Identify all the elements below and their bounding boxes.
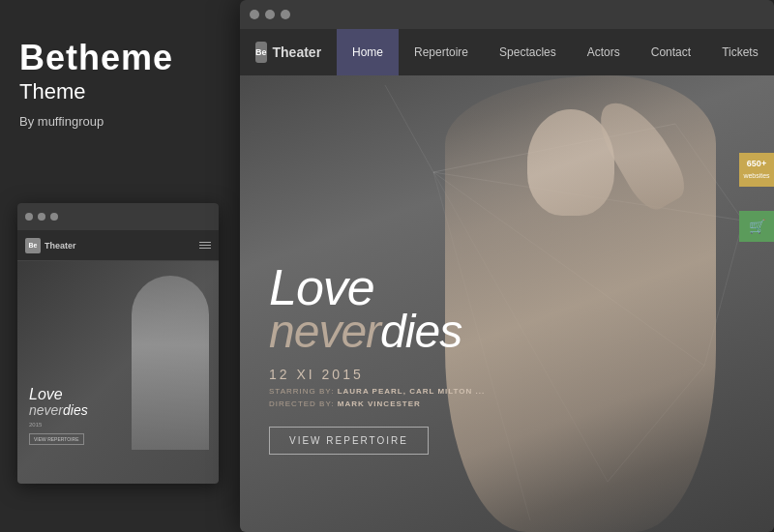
- preview-dot-3: [50, 213, 58, 221]
- preview-date: 2015: [29, 422, 88, 428]
- badge-650: 650+ websites: [739, 153, 774, 187]
- starring-label: STARRING BY:: [269, 387, 334, 396]
- preview-logo-text: Theater: [45, 241, 76, 251]
- nav-logo: Be Theater: [240, 42, 337, 63]
- preview-neverdies: neverdies: [29, 403, 88, 418]
- brand-title: Betheme: [19, 39, 213, 77]
- preview-logo-abbr: Be: [25, 238, 41, 253]
- preview-hamburger-icon: [199, 242, 211, 249]
- nav-spectacles[interactable]: Spectacles: [484, 29, 572, 75]
- hero-neverdies-text: neverdies: [269, 309, 485, 355]
- nav-logo-abbr: Be: [255, 42, 267, 63]
- main-nav: Be Theater Home Repertoire Spectacles Ac…: [240, 29, 774, 75]
- preview-logo: Be Theater: [25, 238, 76, 253]
- main-dot-1: [250, 10, 259, 19]
- nav-logo-text: Theater: [273, 44, 322, 60]
- preview-dot-2: [38, 213, 45, 221]
- nav-contact[interactable]: Contact: [636, 29, 706, 75]
- main-panel: Be Theater Home Repertoire Spectacles Ac…: [240, 0, 774, 532]
- badge-sub: websites: [743, 172, 769, 179]
- nav-home[interactable]: Home: [337, 29, 399, 75]
- brand-subtitle: Theme: [19, 79, 213, 104]
- nav-links: Home Repertoire Spectacles Actors Contac…: [337, 29, 774, 75]
- hero-date-line: 12 XI 2015: [269, 367, 485, 382]
- preview-love: Love: [29, 386, 88, 403]
- hero-date: 12 XI 2015: [269, 367, 364, 382]
- preview-hero-text: Love neverdies 2015 VIEW REPERTOIRE: [29, 386, 88, 445]
- hero-section: Love neverdies 12 XI 2015 STARRING BY: L…: [240, 75, 774, 532]
- directed-label: DIRECTED BY:: [269, 399, 335, 408]
- brand-by: By muffingroup: [19, 114, 213, 129]
- nav-tickets[interactable]: Tickets: [706, 29, 774, 75]
- preview-card: Be Theater Love neverdies 2015 VIEW REPE…: [17, 203, 219, 484]
- starring-names: LAURA PEARL, CARL MILTON ...: [338, 387, 486, 396]
- brand-author: muffingroup: [38, 114, 104, 129]
- hero-dies-span: dies: [380, 306, 461, 357]
- preview-hero: Love neverdies 2015 VIEW REPERTOIRE: [17, 261, 219, 484]
- left-panel: Betheme Theme By muffingroup Be Theater …: [0, 0, 232, 532]
- svg-line-5: [385, 85, 433, 172]
- nav-repertoire[interactable]: Repertoire: [399, 29, 484, 75]
- hero-cta-button[interactable]: VIEW REPERTOIRE: [269, 427, 429, 455]
- main-dot-3: [281, 10, 290, 19]
- nav-actors[interactable]: Actors: [572, 29, 636, 75]
- hero-content: Love neverdies 12 XI 2015 STARRING BY: L…: [269, 262, 485, 455]
- main-titlebar: [240, 0, 774, 29]
- main-dot-2: [265, 10, 275, 19]
- preview-dot-1: [25, 213, 33, 221]
- preview-cta-btn[interactable]: VIEW REPERTOIRE: [29, 433, 84, 445]
- preview-titlebar: [17, 203, 219, 230]
- hero-starring: STARRING BY: LAURA PEARL, CARL MILTON ..…: [269, 386, 485, 411]
- preview-figure: [132, 276, 209, 450]
- hero-never-span: never: [269, 306, 380, 357]
- directed-name: MARK VINCESTER: [338, 399, 421, 408]
- preview-nav: Be Theater: [17, 230, 219, 261]
- cart-icon: 🛒: [749, 219, 765, 234]
- badge-count: 650+: [747, 159, 766, 168]
- badge-cart[interactable]: 🛒: [739, 211, 774, 242]
